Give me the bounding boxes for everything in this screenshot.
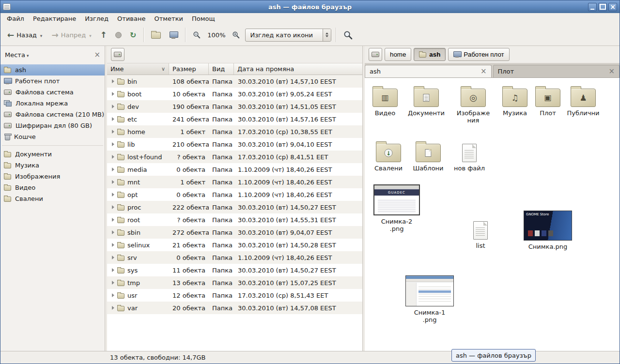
view-mode-select[interactable]: Изглед като икони [245,29,331,42]
path-ash-button[interactable]: ash [414,48,446,61]
expander-icon[interactable] [112,155,114,159]
table-row-usr[interactable]: usr12 обектаПапка17.03.2010 (ср) 8,51,43… [107,289,362,302]
places-selector-caret-icon[interactable] [27,51,29,59]
sidebar-item-Кошче[interactable]: Кошче [0,131,105,142]
sidebar-item-Свалени[interactable]: Свалени [0,193,105,204]
expander-icon[interactable] [112,243,114,247]
table-row-selinux[interactable]: selinux21 обектаПапка30.03.2010 (вт) 14,… [107,239,362,251]
table-row-dev[interactable]: dev190 обектаПапка30.03.2010 (вт) 14,51,… [107,100,362,113]
sidebar-close-button[interactable] [94,51,100,59]
menu-file[interactable]: Файл [2,14,29,24]
table-row-etc[interactable]: etc241 обектаПапка30.03.2010 (вт) 14,57,… [107,113,362,125]
zoom-in-button[interactable] [229,27,243,43]
back-button[interactable]: Назад [4,27,46,43]
expander-icon[interactable] [112,79,114,83]
column-header-size[interactable]: Размер [169,63,209,75]
table-row-mnt[interactable]: mnt1 обектПапка1.10.2009 (чт) 18,40,26 E… [107,176,362,188]
tab-plot[interactable]: Плот [493,65,620,77]
tab-ash[interactable]: ash [365,65,492,77]
icon-folder-video[interactable]: Видео [365,85,405,117]
icon-view[interactable]: Видео Документи Изображения Музика Плот [365,78,620,351]
expander-icon[interactable] [112,193,114,197]
icon-folder-desktop[interactable]: Плот [533,85,562,117]
minimize-button[interactable] [588,3,597,11]
expander-icon[interactable] [112,281,114,285]
icon-folder-images[interactable]: Изображения [451,85,496,124]
expander-icon[interactable] [112,205,114,209]
expander-icon[interactable] [112,256,114,259]
sidebar-item-Локална мрежа[interactable]: Локална мрежа [0,98,105,109]
expander-icon[interactable] [112,92,114,96]
expander-icon[interactable] [112,142,114,146]
sidebar-item-Работен плот[interactable]: Работен плот [0,76,105,87]
up-button[interactable] [97,27,110,43]
icon-folder-public[interactable]: Публични [563,85,603,117]
expander-icon[interactable] [112,117,114,121]
icon-list-file[interactable]: list [462,217,499,249]
sidebar-item-Файлова система (210 MB)[interactable]: Файлова система (210 MB) [0,109,105,120]
expander-icon[interactable] [112,105,114,108]
close-button[interactable] [608,3,617,11]
sidebar-item-ash[interactable]: ash [0,64,105,76]
expander-icon[interactable] [112,180,114,184]
expander-icon[interactable] [112,306,114,310]
table-row-media[interactable]: media0 обектаПапка1.10.2009 (чт) 18,40,2… [107,163,362,176]
computer-button[interactable] [166,27,181,43]
table-row-var[interactable]: var20 обектаПапка30.03.2010 (вт) 14,57,0… [107,302,362,314]
taskbar-window-button[interactable]: ash — файлов браузър [451,349,536,362]
sidebar-item-Изображения[interactable]: Изображения [0,171,105,182]
icon-snimka-1[interactable]: Снимка-1.png [404,274,455,323]
reload-button[interactable] [127,27,139,43]
table-row-lost+found[interactable]: lost+found? обектаПапка17.03.2010 (ср) 8… [107,151,362,163]
tab-plot-close-icon[interactable] [608,68,615,75]
expander-icon[interactable] [112,293,114,297]
expander-icon[interactable] [112,230,114,234]
forward-button[interactable]: Напред [48,27,94,43]
icon-snimka-2[interactable]: GUADEC Снимка-2.png [372,183,421,232]
menu-edit[interactable]: Редактиране [29,14,80,24]
sidebar-item-Музика[interactable]: Музика [0,160,105,171]
stop-button[interactable] [112,27,124,43]
icon-new-file[interactable]: нов файл [450,140,488,172]
path-home-button[interactable]: home [385,48,411,61]
menu-bookmarks[interactable]: Отметки [150,14,187,24]
menu-view[interactable]: Изглед [80,14,113,24]
list-pane-location-button[interactable] [111,48,124,61]
icon-snimka[interactable]: GNOME Store Снимка.png [523,210,573,250]
sidebar-item-Шифриран дял (80 GB)[interactable]: Шифриран дял (80 GB) [0,120,105,131]
table-row-bin[interactable]: bin108 обектаПапка30.03.2010 (вт) 14,57,… [107,75,362,88]
home-button[interactable] [148,27,164,43]
combo-spinner-icon[interactable] [323,29,331,41]
table-row-sys[interactable]: sys11 обектаПапка30.03.2010 (вт) 14,50,2… [107,264,362,276]
search-button[interactable] [341,27,356,43]
table-row-home[interactable]: home1 обектПапка17.03.2010 (ср) 10,38,55… [107,125,362,138]
tab-ash-close-icon[interactable] [480,68,487,75]
table-row-opt[interactable]: opt0 обектаПапка1.10.2009 (чт) 18,40,26 … [107,188,362,201]
table-row-srv[interactable]: srv0 обектаПапка1.10.2009 (чт) 18,40,26 … [107,251,362,264]
icon-folder-music[interactable]: Музика [496,85,534,117]
column-header-date[interactable]: Дата на промяна [234,63,362,75]
sidebar-item-Документи[interactable]: Документи [0,149,105,160]
path-desktop-button[interactable]: Работен плот [448,48,509,61]
window-menu-icon[interactable] [3,3,11,10]
column-header-type[interactable]: Вид [209,63,234,75]
icon-folder-downloads[interactable]: Свалени [370,140,407,172]
icon-folder-documents[interactable]: Документи [406,85,446,117]
zoom-out-button[interactable] [190,27,203,43]
table-row-lib[interactable]: lib210 обектаПапка30.03.2010 (вт) 9,04,1… [107,138,362,151]
expander-icon[interactable] [112,218,114,222]
column-header-name[interactable]: Име [107,63,169,75]
icon-folder-templates[interactable]: Шаблони [409,140,447,172]
menu-help[interactable]: Помощ [187,14,219,24]
expander-icon[interactable] [112,268,114,272]
menu-go[interactable]: Отиване [113,14,150,24]
table-row-proc[interactable]: proc222 обектаПапка30.03.2010 (вт) 14,50… [107,201,362,213]
path-root-button[interactable] [369,48,382,61]
sidebar-item-Файлова система[interactable]: Файлова система [0,87,105,98]
table-row-root[interactable]: root? обектаПапка30.03.2010 (вт) 14,55,3… [107,213,362,226]
table-row-boot[interactable]: boot10 обектаПапка30.03.2010 (вт) 9,05,2… [107,88,362,100]
back-history-chevron-icon[interactable] [39,31,43,39]
sidebar-item-Видео[interactable]: Видео [0,182,105,193]
expander-icon[interactable] [112,130,114,134]
table-row-tmp[interactable]: tmp13 обектаПапка30.03.2010 (вт) 15,07,2… [107,276,362,289]
